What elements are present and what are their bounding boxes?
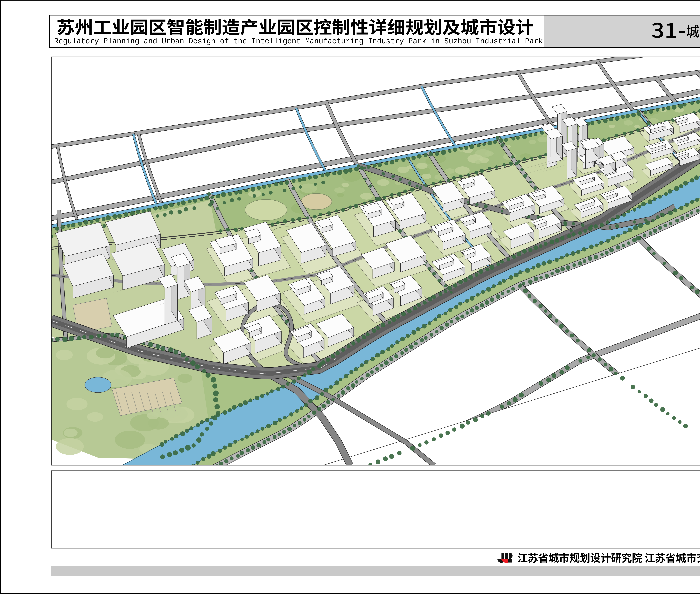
svg-text:Regulatory Planning and Urban: Regulatory Planning and Urban Design of … <box>54 37 543 46</box>
